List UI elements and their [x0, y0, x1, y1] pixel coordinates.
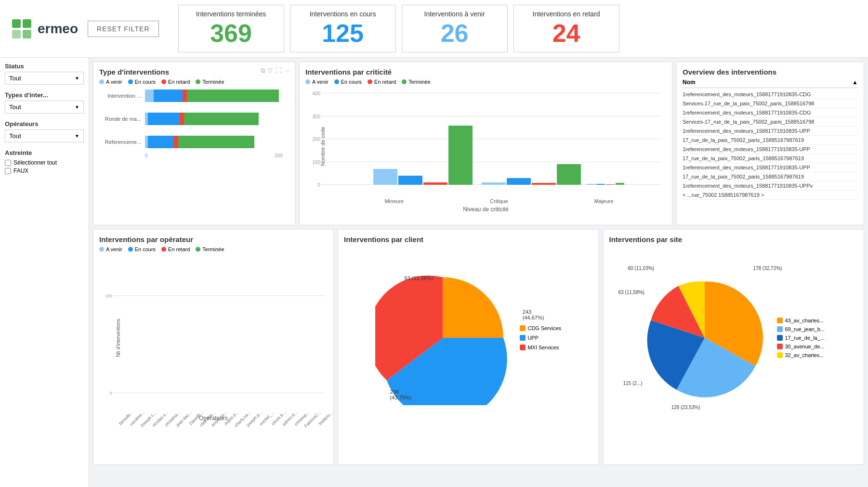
- site-label-lightblue: 69_rue_jean_b...: [785, 326, 825, 332]
- hbar-seg-avenir-0: [145, 90, 154, 102]
- op-plot-area: 0 100 benoitb...caroline...Joseph.L...ni…: [114, 258, 325, 393]
- list-item[interactable]: 1referencement_des_moteurs_1588177191083…: [683, 145, 858, 154]
- stat-label-encours: Interventions en cours: [305, 10, 381, 18]
- filter-select-types[interactable]: Tout ▼: [5, 101, 84, 114]
- checkbox-selectionner-input[interactable]: [5, 160, 11, 166]
- hbar-seg-terminee-1: [184, 113, 259, 125]
- svg-rect-0: [12, 19, 21, 28]
- legend-dot-enretard: [161, 79, 166, 84]
- stat-card-retard: Interventions en retard 24: [513, 5, 619, 52]
- criticite-title: Interventions par criticité: [305, 68, 666, 76]
- par-client-panel: Interventions par client 6: [338, 229, 599, 465]
- site-dot-darkblue: [777, 335, 783, 341]
- crit-group-majeure: [587, 93, 624, 185]
- list-item[interactable]: < ...rue_75002 15885167987619 >: [683, 191, 858, 200]
- filter-group-astreinte: Astreinte Sélectionner tout FAUX: [5, 149, 84, 174]
- crit-x-labels: Mineure Critique Majeure: [322, 198, 661, 204]
- hbar-label-0: Intervention ...: [104, 93, 145, 99]
- crit-group-critique: [482, 93, 581, 185]
- crit-bar-majeure-encours: [596, 184, 605, 185]
- checkbox-faux[interactable]: FAUX: [5, 167, 84, 174]
- op-dot-encours: [128, 247, 133, 252]
- copy-icon[interactable]: ⧉: [261, 67, 265, 75]
- hbar-seg-enretard-0: [183, 90, 187, 102]
- list-item[interactable]: 17_rue_de_la_paix_75002_paris_1588516798…: [683, 172, 858, 181]
- filter-icon[interactable]: ▽: [268, 67, 273, 75]
- crit-bar-critique-encours: [507, 178, 531, 185]
- hbar-bar-0: [145, 90, 289, 102]
- checkbox-faux-input[interactable]: [5, 168, 11, 174]
- checkbox-faux-label: FAUX: [13, 167, 28, 174]
- stat-card-avenir: Interventions à venir 26: [402, 5, 508, 52]
- hbar-tick-200: 200: [275, 153, 283, 158]
- crit-dot-encours: [334, 79, 339, 84]
- site-label-yellow: 32_av_charles...: [785, 352, 824, 358]
- par-site-legend: 43_av_charles... 69_rue_jean_b... 17_rue…: [777, 318, 825, 358]
- crit-plot-area: 0 100 200 300 400: [322, 93, 661, 185]
- par-operateur-legend: A venir En cours En retard Terminée: [99, 246, 328, 252]
- list-item[interactable]: 17_rue_de_la_paix_75002_paris_1588516798…: [683, 136, 858, 145]
- crit-x-critique: Critique: [490, 198, 508, 204]
- list-item[interactable]: 17_rue_de_la_paix_75002_paris_1588516798…: [683, 154, 858, 163]
- main-content: Status Tout ▼ Types d'inter... Tout ▼ Op…: [0, 58, 868, 487]
- sidebar: Status Tout ▼ Types d'inter... Tout ▼ Op…: [0, 58, 89, 487]
- expand-icon[interactable]: ⛶: [276, 67, 282, 75]
- chevron-down-icon: ▼: [75, 76, 79, 81]
- hbar-seg-enretard-2: [174, 136, 178, 148]
- hbar-row-2: Referenceme...: [104, 136, 289, 148]
- astreinte-label: Astreinte: [5, 149, 84, 156]
- stat-label-avenir: Interventions à venir: [417, 10, 493, 18]
- filter-group-status: Status Tout ▼: [5, 63, 84, 85]
- filter-select-status[interactable]: Tout ▼: [5, 72, 84, 85]
- hbar-seg-terminee-0: [187, 90, 279, 102]
- hbar-seg-terminee-2: [178, 136, 254, 148]
- svg-rect-1: [23, 19, 31, 28]
- client-dot-cdg: [520, 325, 526, 331]
- list-item[interactable]: 1referencement_des_moteurs_1588177191083…: [683, 163, 858, 172]
- list-item[interactable]: 1referencement_des_moteurs_1588177191083…: [683, 90, 858, 99]
- legend-enretard: En retard: [161, 79, 190, 85]
- overview-header: Nom ▲: [683, 79, 858, 88]
- checkbox-selectionner-tout[interactable]: Sélectionner tout: [5, 159, 84, 166]
- op-dot-enretard: [161, 247, 166, 252]
- par-operateur-title: Interventions par opérateur: [99, 235, 328, 244]
- header: ermeo RESET FILTER Interventions terminé…: [0, 0, 868, 58]
- site-dot-lightblue: [777, 326, 783, 332]
- reset-filter-button[interactable]: RESET FILTER: [88, 21, 159, 37]
- legend-dot-terminee: [196, 79, 200, 84]
- list-item[interactable]: 1referencement_des_moteurs_1588177191083…: [683, 108, 858, 117]
- site-dot-yellow: [777, 352, 783, 358]
- overview-rows-list[interactable]: 1referencement_des_moteurs_1588177191083…: [683, 90, 858, 200]
- par-site-pie-svg: [642, 275, 767, 400]
- hbar-bar-1: [145, 113, 289, 125]
- chart-action-icons[interactable]: ⧉ ▽ ⛶ ···: [261, 67, 290, 75]
- site-label-orange: 43_av_charles...: [785, 318, 824, 323]
- more-icon[interactable]: ···: [285, 67, 290, 75]
- crit-group-mineure: [373, 93, 473, 185]
- site-label-red: 30_avenue_de...: [785, 344, 824, 349]
- crit-x-mineure: Mineure: [365, 198, 404, 204]
- list-item[interactable]: Services-17_rue_de_la_paix_75002_paris_1…: [683, 99, 858, 108]
- svg-rect-2: [12, 30, 21, 38]
- site-ann-115: 115 (2...): [623, 381, 642, 386]
- list-item[interactable]: Services-17_rue_de_la_paix_75002_paris_1…: [683, 117, 858, 127]
- crit-bar-critique-terminee: [557, 164, 581, 185]
- type-interventions-panel: Type d'interventions ⧉ ▽ ⛶ ··· A venir E…: [93, 62, 295, 225]
- list-item[interactable]: 1referencement_des_moteurs_1588177191083…: [683, 181, 858, 191]
- filter-group-types: Types d'inter... Tout ▼: [5, 91, 84, 114]
- par-client-legend: CDG Services UPP MXI Services: [520, 325, 561, 350]
- hbar-bar-2: [145, 136, 289, 148]
- filter-select-operateurs[interactable]: Tout ▼: [5, 129, 84, 142]
- charts-top-row: Type d'interventions ⧉ ▽ ⛶ ··· A venir E…: [93, 62, 864, 225]
- legend-dot-avenir: [99, 79, 104, 84]
- criticite-panel: Interventions par criticité A venir En c…: [299, 62, 672, 225]
- crit-bar-mineure-avenir: [373, 169, 397, 185]
- site-ann-63: 63 (11,58%): [618, 290, 644, 295]
- crit-bar-critique-avenir: [482, 182, 506, 185]
- sort-icon[interactable]: ▲: [852, 79, 858, 86]
- legend-encours: En cours: [128, 79, 156, 85]
- hbar-row-0: Intervention ...: [104, 90, 289, 102]
- pie-client-label-upp: 238(43,75%): [390, 389, 411, 400]
- list-item[interactable]: 1referencement_des_moteurs_1588177191083…: [683, 127, 858, 136]
- crit-dot-terminee: [402, 79, 407, 84]
